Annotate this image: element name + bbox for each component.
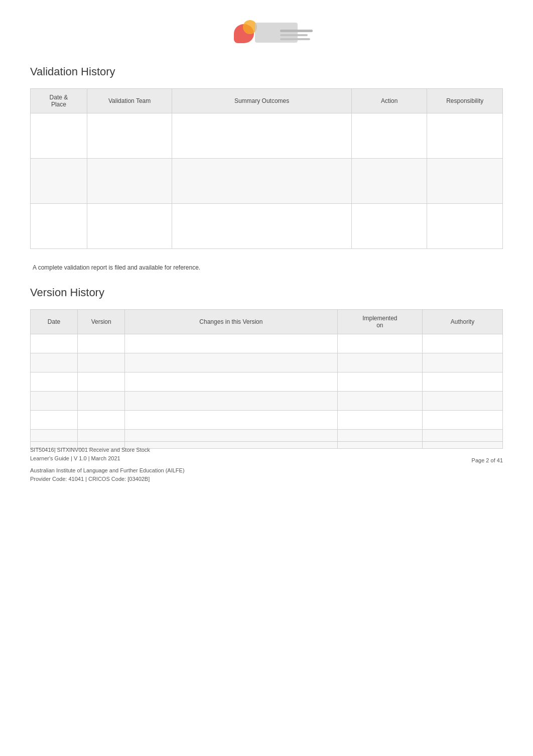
ver-cell-1-2	[78, 334, 125, 353]
val-cell-1-4	[351, 113, 427, 159]
footer-page-number: Page 2 of 41	[472, 457, 503, 463]
footer-left-content: SIT50416| SITXINV001 Receive and Store S…	[30, 446, 503, 463]
version-row-3	[31, 372, 503, 392]
version-header-authority: Authority	[423, 310, 503, 334]
footer-line3: Australian Institute of Language and Fur…	[30, 466, 503, 475]
ver-cell-3-2	[78, 372, 125, 392]
validation-table-header-row: Date &Place Validation Team Summary Outc…	[31, 89, 503, 113]
header-responsibility: Responsibility	[427, 89, 503, 113]
ver-cell-2-4	[337, 353, 422, 372]
val-cell-3-5	[427, 204, 503, 249]
ver-cell-5-2	[78, 411, 125, 430]
ver-cell-3-5	[423, 372, 503, 392]
footer-line4: Provider Code: 41041 | CRICOS Code: [034…	[30, 475, 503, 484]
ver-cell-4-2	[78, 392, 125, 411]
ver-cell-4-5	[423, 392, 503, 411]
version-history-table: Date Version Changes in this Version Imp…	[30, 309, 503, 449]
ver-cell-5-1	[31, 411, 78, 430]
ver-cell-5-4	[337, 411, 422, 430]
ver-cell-4-4	[337, 392, 422, 411]
ver-cell-2-1	[31, 353, 78, 372]
ver-cell-1-5	[423, 334, 503, 353]
version-header-implemented: Implementedon	[337, 310, 422, 334]
val-cell-3-4	[351, 204, 427, 249]
ver-cell-2-5	[423, 353, 503, 372]
ver-cell-1-4	[337, 334, 422, 353]
version-row-2	[31, 353, 503, 372]
validation-row-2	[31, 159, 503, 204]
val-cell-2-4	[351, 159, 427, 204]
validation-note: A complete validation report is filed an…	[30, 264, 503, 271]
val-cell-2-3	[172, 159, 352, 204]
val-cell-3-2	[87, 204, 172, 249]
validation-row-3	[31, 204, 503, 249]
val-cell-1-5	[427, 113, 503, 159]
logo	[234, 20, 299, 50]
version-header-version: Version	[78, 310, 125, 334]
footer-divider	[30, 441, 503, 442]
ver-cell-5-5	[423, 411, 503, 430]
ver-cell-2-2	[78, 353, 125, 372]
ver-cell-3-3	[125, 372, 337, 392]
ver-cell-3-1	[31, 372, 78, 392]
version-row-4	[31, 392, 503, 411]
footer-line1: SIT50416| SITXINV001 Receive and Store S…	[30, 446, 503, 455]
header-date-place: Date &Place	[31, 89, 87, 113]
val-cell-1-1	[31, 113, 87, 159]
val-cell-1-2	[87, 113, 172, 159]
val-cell-1-3	[172, 113, 352, 159]
header-action: Action	[351, 89, 427, 113]
val-cell-2-2	[87, 159, 172, 204]
ver-cell-5-3	[125, 411, 337, 430]
version-header-changes: Changes in this Version	[125, 310, 337, 334]
val-cell-2-5	[427, 159, 503, 204]
version-header-date: Date	[31, 310, 78, 334]
page-footer: SIT50416| SITXINV001 Receive and Store S…	[30, 441, 503, 484]
ver-cell-1-1	[31, 334, 78, 353]
version-history-title: Version History	[30, 286, 503, 299]
ver-cell-2-3	[125, 353, 337, 372]
ver-cell-3-4	[337, 372, 422, 392]
validation-history-table: Date &Place Validation Team Summary Outc…	[30, 88, 503, 249]
val-cell-3-1	[31, 204, 87, 249]
header-validation-team: Validation Team	[87, 89, 172, 113]
ver-cell-4-3	[125, 392, 337, 411]
logo-container	[30, 20, 503, 50]
val-cell-2-1	[31, 159, 87, 204]
version-row-1	[31, 334, 503, 353]
ver-cell-4-1	[31, 392, 78, 411]
footer-line2: Learner's Guide | V 1.0 | March 2021	[30, 454, 503, 463]
version-table-header-row: Date Version Changes in this Version Imp…	[31, 310, 503, 334]
validation-history-title: Validation History	[30, 65, 503, 78]
page-container: Validation History Date &Place Validatio…	[0, 0, 533, 504]
version-row-5	[31, 411, 503, 430]
validation-row-1	[31, 113, 503, 159]
val-cell-3-3	[172, 204, 352, 249]
footer-bottom: Australian Institute of Language and Fur…	[30, 466, 503, 484]
header-summary-outcomes: Summary Outcomes	[172, 89, 352, 113]
ver-cell-1-3	[125, 334, 337, 353]
